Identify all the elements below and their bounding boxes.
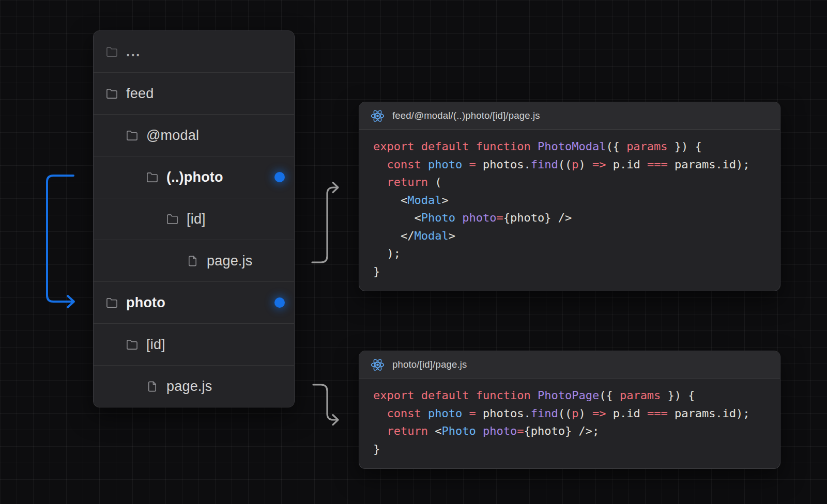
code-line: <Modal> — [373, 192, 767, 210]
active-route-dot — [274, 172, 285, 182]
code-line: } — [373, 263, 767, 281]
code-line: <Photo photo={photo} /> — [373, 209, 767, 227]
tree-row--0: ... — [94, 31, 294, 72]
folder-icon — [106, 88, 118, 100]
active-route-dot — [274, 297, 285, 308]
folder-icon — [106, 297, 118, 309]
tree-row-label: photo — [126, 296, 165, 310]
modal-code-arrow — [333, 183, 338, 193]
tree-row-feed-1: feed — [94, 72, 294, 114]
code-block: export default function PhotoPage({ para… — [359, 379, 780, 468]
code-line: const photo = photos.find((p) => p.id ==… — [373, 405, 767, 423]
page-code-arrow — [313, 385, 338, 420]
code-panel-page: photo/[id]/page.js export default functi… — [359, 351, 780, 469]
tree-row-photo-6: photo — [94, 281, 294, 323]
file-tree-panel: ...feed@modal(..)photo[id]page.jsphoto[i… — [93, 30, 295, 407]
modal-code-arrow — [312, 187, 338, 262]
code-panel-header: feed/@modal/(..)photo/[id]/page.js — [359, 102, 780, 130]
code-panel-title: photo/[id]/page.js — [392, 359, 467, 370]
tree-row-label: (..)photo — [166, 170, 223, 184]
tree-row-label: ... — [126, 45, 141, 59]
tree-row-modal-2: @modal — [94, 114, 294, 156]
tree-row-pagejs-5: page.js — [94, 240, 294, 281]
tree-row-label: feed — [126, 87, 154, 101]
page-code-arrow — [333, 415, 338, 425]
tree-row-label: page.js — [166, 380, 212, 393]
code-block: export default function PhotoModal({ par… — [359, 130, 780, 291]
code-line: } — [373, 440, 767, 459]
tree-row-id-7: [id] — [94, 323, 294, 365]
intercept-route-arrow — [47, 176, 73, 302]
tree-row-label: @modal — [146, 129, 199, 143]
code-line: return <Photo photo={photo} />; — [373, 422, 767, 440]
code-line: ); — [373, 245, 767, 263]
code-panel-title: feed/@modal/(..)photo/[id]/page.js — [392, 110, 540, 121]
tree-row-photo-3: (..)photo — [94, 156, 294, 198]
code-line: </Modal> — [373, 227, 767, 245]
file-icon — [187, 255, 198, 267]
intercept-route-arrow — [68, 296, 74, 307]
tree-row-label: [id] — [146, 338, 165, 352]
folder-icon — [106, 46, 118, 58]
tree-row-label: [id] — [187, 212, 206, 226]
code-line: export default function PhotoPage({ para… — [373, 387, 767, 405]
tree-row-pagejs-8: page.js — [94, 365, 294, 407]
code-line: return ( — [373, 174, 767, 192]
code-panel-modal: feed/@modal/(..)photo/[id]/page.js expor… — [359, 102, 780, 291]
folder-icon — [146, 171, 158, 183]
tree-row-label: page.js — [207, 254, 252, 268]
code-panel-header: photo/[id]/page.js — [359, 351, 780, 379]
file-icon — [146, 381, 158, 392]
react-icon — [371, 109, 385, 123]
react-icon — [371, 358, 385, 372]
code-line: export default function PhotoModal({ par… — [373, 138, 767, 156]
folder-icon — [126, 339, 138, 351]
folder-icon — [166, 213, 178, 225]
tree-row-id-4: [id] — [94, 198, 294, 240]
code-line: const photo = photos.find((p) => p.id ==… — [373, 156, 767, 174]
folder-icon — [126, 130, 138, 141]
